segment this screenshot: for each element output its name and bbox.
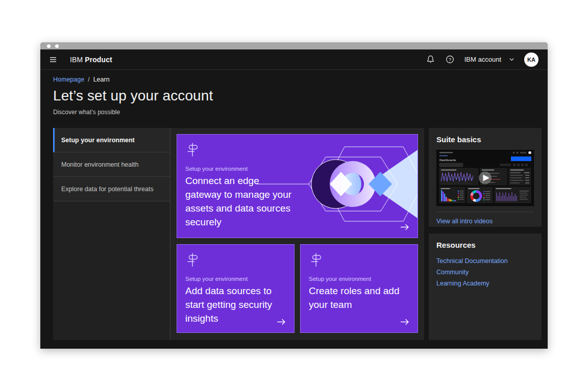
arrow-right-icon	[400, 318, 410, 326]
arrow-right-icon	[277, 318, 286, 326]
breadcrumb-separator: /	[88, 76, 89, 83]
tab-label: Setup your environment	[61, 137, 135, 144]
card-title: Connect an edge gateway to manage your a…	[185, 174, 298, 229]
app-brand: IBMProduct	[70, 56, 112, 64]
page-content: Homepage / Learn Let’s set up your accou…	[40, 70, 548, 340]
learn-panel: Setup your environment Monitor environme…	[53, 128, 424, 340]
signpost-icon	[185, 141, 201, 158]
window-control-dot[interactable]	[47, 44, 51, 48]
card-eyebrow: Setup your environment	[185, 166, 409, 172]
content-layout: Setup your environment Monitor environme…	[53, 128, 535, 340]
card-add-data-sources[interactable]: Setup your environment Add data sources …	[177, 244, 295, 333]
menu-icon	[49, 56, 57, 64]
tab-explore-threats[interactable]: Explore data for potential threats	[53, 177, 170, 201]
vertical-tab-list: Setup your environment Monitor environme…	[53, 128, 170, 340]
chevron-down-icon	[509, 57, 514, 62]
suite-basics-title: Suite basics	[436, 135, 534, 144]
card-create-roles[interactable]: Setup your environment Create roles and …	[300, 244, 418, 333]
notifications-button[interactable]	[423, 51, 439, 68]
desktop-background: IBMProduct ? IBM account KA	[0, 0, 588, 391]
card-eyebrow: Setup your environment	[309, 276, 409, 282]
signpost-icon	[185, 251, 201, 268]
brand-prefix: IBM	[70, 56, 83, 64]
breadcrumb-current: Learn	[93, 76, 110, 83]
card-title: Add data sources to start getting securi…	[185, 284, 286, 326]
tab-setup-environment[interactable]: Setup your environment	[53, 128, 170, 152]
tab-label: Monitor environment health	[61, 161, 138, 168]
learning-academy-link[interactable]: Learning Academy	[436, 280, 534, 287]
page-subtitle: Discover what’s possible	[53, 109, 535, 116]
account-label: IBM account	[464, 56, 501, 63]
brand-product: Product	[85, 56, 112, 64]
right-sidebar: Suite basics Dashboards	[429, 128, 542, 340]
video-dashboard-title: Dashboards	[439, 159, 456, 162]
browser-window: IBMProduct ? IBM account KA	[40, 42, 548, 349]
suite-basics-card: Suite basics Dashboards	[429, 128, 542, 227]
breadcrumb-homepage-link[interactable]: Homepage	[53, 76, 84, 83]
bell-icon	[426, 55, 435, 64]
technical-documentation-link[interactable]: Technical Documentation	[436, 257, 534, 265]
cards-area: Setup your environment Connect an edge g…	[170, 128, 424, 340]
dashboard-video-preview: Dashboards	[436, 150, 534, 206]
arrow-right-icon	[400, 223, 410, 231]
page-title: Let’s set up your account	[53, 88, 535, 104]
intro-video-thumbnail[interactable]: Dashboards	[436, 150, 534, 206]
view-all-intro-videos-link[interactable]: View all intro videos	[436, 212, 534, 231]
card-eyebrow: Setup your environment	[185, 276, 286, 282]
menu-button[interactable]	[47, 54, 59, 66]
avatar[interactable]: KA	[524, 53, 538, 67]
small-cards-row: Setup your environment Add data sources …	[177, 244, 418, 333]
card-title: Create roles and add your team	[309, 284, 409, 312]
account-menu-button[interactable]: IBM account	[464, 56, 514, 63]
tab-monitor-health[interactable]: Monitor environment health	[53, 152, 170, 177]
card-connect-edge-gateway[interactable]: Setup your environment Connect an edge g…	[177, 134, 418, 238]
tab-label: Explore data for potential threats	[61, 186, 154, 193]
breadcrumb: Homepage / Learn	[53, 76, 535, 83]
resources-links: Technical Documentation Community Learni…	[436, 257, 534, 287]
community-link[interactable]: Community	[436, 269, 534, 276]
help-button[interactable]: ?	[442, 51, 458, 68]
app-header: IBMProduct ? IBM account KA	[40, 49, 548, 70]
resources-title: Resources	[436, 241, 534, 249]
window-titlebar[interactable]	[40, 42, 548, 49]
question-icon: ?	[446, 55, 454, 64]
window-control-dot[interactable]	[55, 44, 59, 48]
signpost-icon	[309, 251, 324, 268]
resources-card: Resources Technical Documentation Commun…	[429, 233, 542, 340]
question-glyph: ?	[449, 57, 451, 62]
